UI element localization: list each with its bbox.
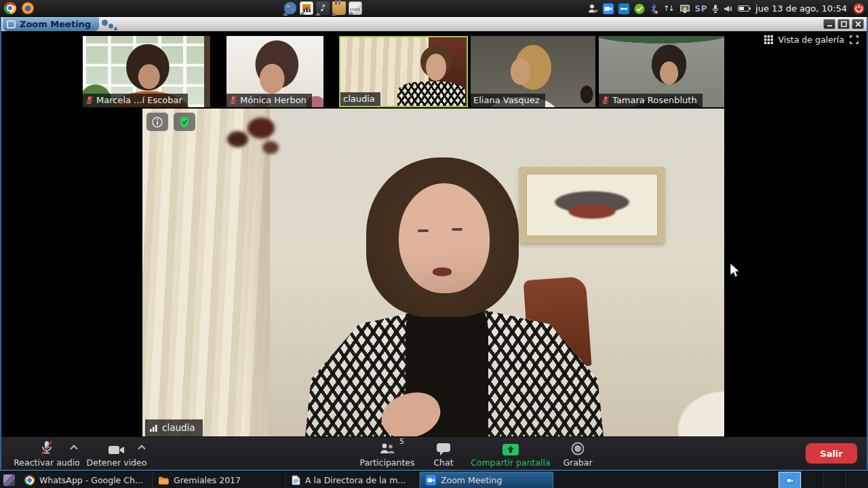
video-scene-picture-frame: [519, 167, 665, 243]
window-titlebar[interactable]: Zoom Meeting: [1, 17, 867, 31]
top-panel: ♪ ↑↓ SP jue 13 de ago, 10:54: [0, 0, 868, 17]
participant-video-monica[interactable]: Mónica Herbon: [226, 36, 323, 107]
record-label: Grabar: [563, 457, 592, 468]
share-screen-label: Compartir pantalla: [471, 457, 550, 468]
multimedia-launcher-icon[interactable]: ♪: [316, 1, 330, 15]
panel-launchers-left: [4, 2, 34, 14]
minimize-button[interactable]: [823, 19, 835, 29]
close-button[interactable]: [852, 19, 864, 29]
taskbar-item-gremiales[interactable]: Gremiales 2017: [153, 472, 286, 488]
panel-clock[interactable]: jue 13 de ago, 10:54: [754, 3, 848, 14]
meeting-info-button[interactable]: [146, 113, 168, 131]
participant-name: Eliana Vasquez: [473, 95, 540, 105]
workspace-2[interactable]: [801, 472, 823, 488]
leave-meeting-label: Salir: [820, 449, 842, 459]
workspace-4[interactable]: [846, 472, 868, 488]
gallery-view-label: Vista de galería: [778, 35, 844, 45]
taskbar-item-whatsapp[interactable]: WhatsApp - Google Ch...: [19, 472, 153, 488]
workspace-1[interactable]: [778, 472, 801, 488]
zoom-app-icon: [786, 476, 794, 485]
stop-video-label: Detener video: [87, 457, 147, 468]
audio-level-icon: [150, 424, 158, 432]
updates-ok-icon[interactable]: [634, 3, 645, 14]
participant-name: Tamara Rosenbluth: [612, 95, 697, 105]
participant-video-eliana[interactable]: Eliana Vasquez: [471, 36, 595, 107]
participant-video-claudia[interactable]: claudia: [339, 36, 468, 107]
internet-launcher-icon[interactable]: [283, 1, 297, 15]
participants-button[interactable]: 5 Participantes: [350, 440, 425, 470]
taskbar: WhatsApp - Google Ch... Gremiales 2017 A…: [0, 471, 868, 488]
meeting-toolbar: Reactivar audio Detener video 5 Particip…: [1, 436, 867, 470]
participant-nametag: Marcela ...í Escobar: [83, 94, 188, 107]
user-switch-icon[interactable]: [587, 3, 598, 14]
workspace-3[interactable]: [823, 472, 846, 488]
video-scene-eye: [452, 228, 462, 231]
participant-name: Marcela ...í Escobar: [96, 95, 182, 105]
chrome-icon: [24, 475, 35, 485]
participant-name: claudia: [343, 94, 375, 104]
video-scene-artwork: [532, 177, 652, 233]
document-icon: [292, 475, 300, 485]
participant-video-marcela[interactable]: Marcela ...í Escobar: [83, 36, 210, 107]
share-screen-button[interactable]: Compartir pantalla: [467, 440, 555, 470]
system-tray: ↑↓ SP jue 13 de ago, 10:54: [587, 0, 865, 17]
participant-nametag: Tamara Rosenbluth: [599, 94, 703, 107]
display-warning-icon[interactable]: [679, 4, 690, 14]
zoom-meeting-window: Zoom Meeting Vista de galería Marcela ..…: [0, 17, 868, 471]
zoom-tray-icon[interactable]: [603, 3, 614, 14]
chat-button[interactable]: Chat: [427, 440, 460, 470]
window-title: Zoom Meeting: [20, 19, 91, 29]
design-launcher-icon[interactable]: [349, 1, 362, 15]
meeting-content: Vista de galería Marcela ...í Escobar Mó…: [1, 31, 867, 470]
muted-mic-icon: [85, 96, 94, 105]
taskbar-item-label: WhatsApp - Google Ch...: [39, 475, 143, 485]
share-screen-icon: [502, 443, 519, 456]
participant-video-tamara[interactable]: Tamara Rosenbluth: [599, 36, 724, 107]
taskbar-item-label: Gremiales 2017: [174, 475, 241, 485]
unmute-button[interactable]: Reactivar audio: [6, 440, 87, 470]
fullscreen-icon[interactable]: [850, 35, 859, 44]
taskbar-item-zoom[interactable]: Zoom Meeting: [420, 472, 553, 488]
gallery-view-toggle[interactable]: Vista de galería: [764, 35, 859, 45]
folder-icon: [158, 476, 169, 485]
record-button[interactable]: Grabar: [557, 440, 598, 470]
record-icon: [570, 441, 585, 456]
camera-icon: [108, 444, 125, 456]
window-icon: [7, 20, 16, 29]
network-arrows-icon[interactable]: ↑↓: [663, 4, 674, 13]
bluetooth-disabled-icon[interactable]: [650, 3, 658, 14]
teamviewer-tray-icon[interactable]: [618, 3, 629, 14]
leave-meeting-button[interactable]: Salir: [806, 443, 857, 464]
taskbar-item-document[interactable]: A la Directora de la m...: [286, 472, 420, 488]
maximize-button[interactable]: [837, 19, 850, 29]
active-speaker-name: claudia: [162, 422, 195, 433]
graphics-launcher-icon[interactable]: [300, 1, 313, 15]
power-icon[interactable]: [853, 3, 865, 14]
microphone-icon[interactable]: [712, 4, 719, 14]
participant-name: Mónica Herbon: [240, 95, 307, 105]
participant-nametag: Eliana Vasquez: [471, 94, 545, 107]
participant-nametag: claudia: [340, 92, 380, 106]
keyboard-layout-indicator[interactable]: SP: [695, 4, 707, 14]
taskbar-item-label: A la Directora de la m...: [305, 475, 406, 485]
battery-icon[interactable]: [738, 5, 749, 12]
window-controls: [823, 19, 864, 29]
volume-icon[interactable]: [724, 5, 733, 13]
muted-mic-icon: [39, 440, 54, 456]
unmute-label: Reactivar audio: [14, 457, 80, 468]
accessories-launcher-icon[interactable]: [332, 1, 346, 15]
desktop: ♪ ↑↓ SP jue 13 de ago, 10:54 Zoom Meetin…: [0, 0, 868, 488]
info-icon: [151, 116, 163, 128]
participants-icon: [378, 443, 396, 456]
chrome-icon[interactable]: [4, 2, 16, 14]
firefox-icon[interactable]: [22, 2, 34, 14]
taskbar-item-label: Zoom Meeting: [441, 475, 502, 485]
video-scene-mouth: [433, 267, 452, 276]
stop-video-button[interactable]: Detener video: [76, 440, 157, 470]
panel-launchers-center: ♪: [283, 1, 362, 15]
grid-icon: [764, 35, 773, 44]
encryption-shield-button[interactable]: [174, 113, 195, 131]
show-desktop-button[interactable]: [3, 474, 15, 486]
window-title-tab: Zoom Meeting: [3, 17, 99, 31]
active-speaker-nametag: claudia: [145, 419, 203, 436]
